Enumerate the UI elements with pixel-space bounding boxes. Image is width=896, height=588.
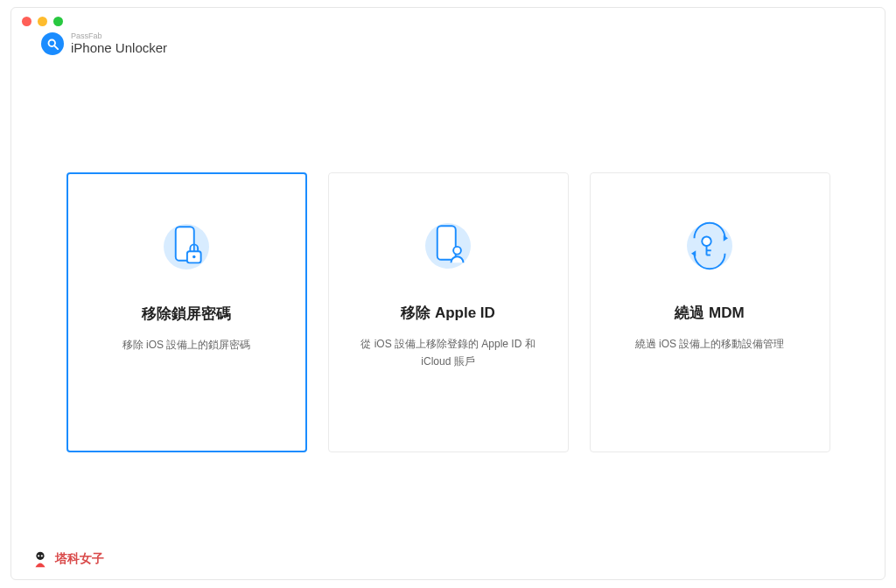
card-title: 移除鎖屏密碼 xyxy=(142,304,231,324)
card-unlock-screen[interactable]: 移除鎖屏密碼 移除 iOS 設備上的鎖屏密碼 xyxy=(66,172,307,452)
svg-point-4 xyxy=(192,256,196,259)
footer-mascot-icon xyxy=(31,550,50,569)
minimize-icon[interactable] xyxy=(38,17,47,26)
app-window: PassFab iPhone Unlocker 移除鎖屏密碼 移除 iOS 設備… xyxy=(10,7,886,580)
brand-name: iPhone Unlocker xyxy=(71,40,167,55)
svg-point-14 xyxy=(38,555,39,556)
brand-small: PassFab xyxy=(71,32,167,40)
phone-lock-icon xyxy=(156,216,217,277)
footer-site-brand: 塔科女子 xyxy=(31,550,104,569)
window-controls xyxy=(22,17,63,26)
card-title: 移除 Apple ID xyxy=(401,303,495,323)
maximize-icon[interactable] xyxy=(53,17,63,26)
phone-user-icon xyxy=(417,215,479,276)
brand-logo-icon xyxy=(41,32,64,55)
feature-cards: 移除鎖屏密碼 移除 iOS 設備上的鎖屏密碼 移除 Apple ID 從 iOS… xyxy=(11,172,885,452)
svg-rect-5 xyxy=(438,226,456,260)
footer-site-name: 塔科女子 xyxy=(55,551,104,567)
card-desc: 繞過 iOS 設備上的移動設備管理 xyxy=(611,335,809,353)
card-remove-apple-id[interactable]: 移除 Apple ID 從 iOS 設備上移除登錄的 Apple ID 和 iC… xyxy=(328,172,569,452)
app-brand: PassFab iPhone Unlocker xyxy=(41,32,167,55)
svg-marker-7 xyxy=(724,235,728,242)
svg-point-6 xyxy=(453,247,461,255)
svg-point-15 xyxy=(41,555,43,556)
card-desc: 移除 iOS 設備上的鎖屏密碼 xyxy=(98,336,276,354)
svg-point-9 xyxy=(702,237,711,247)
svg-marker-8 xyxy=(691,250,696,256)
key-refresh-icon xyxy=(679,215,740,276)
card-desc: 從 iOS 設備上移除登錄的 Apple ID 和 iCloud 賬戶 xyxy=(329,335,568,371)
close-icon[interactable] xyxy=(22,17,32,26)
card-bypass-mdm[interactable]: 繞過 MDM 繞過 iOS 設備上的移動設備管理 xyxy=(590,172,830,452)
svg-line-1 xyxy=(54,46,58,49)
card-title: 繞過 MDM xyxy=(675,303,744,323)
svg-point-13 xyxy=(36,552,44,560)
